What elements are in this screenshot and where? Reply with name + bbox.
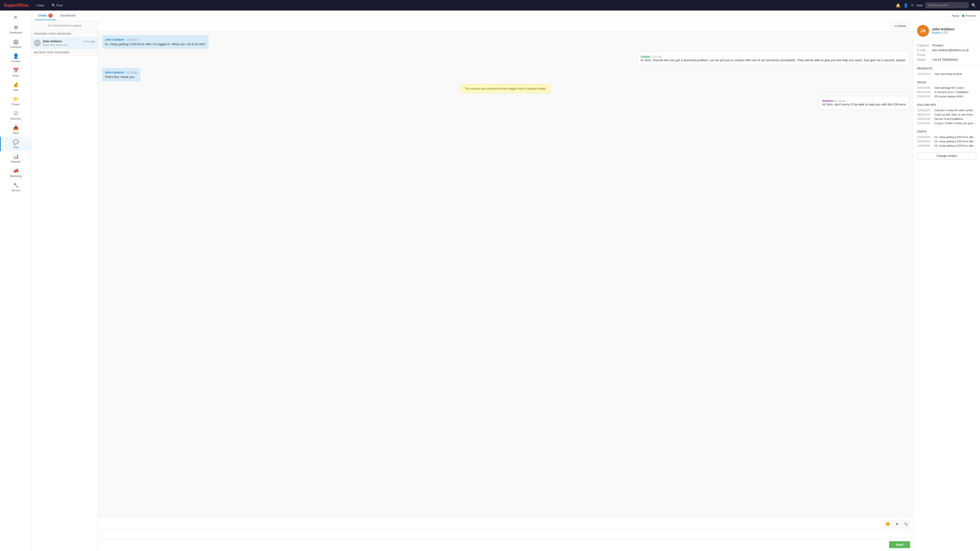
chat-history-row-2[interactable]: 22/06/2020 Hi, I keep getting a 534 Erro… [917,139,976,143]
sidebar-label-inbox: Inbox [13,132,19,134]
contact-company[interactable]: Buttons LTD [932,31,955,35]
followup-text-1: Call john to help him with a problem h..… [935,109,976,112]
sale-date-2: 06/07/2016 [917,91,932,94]
sale-text-3: 30 Lenovo laptops t440s [935,95,963,98]
attach-button[interactable]: 📎 [902,520,910,528]
sidebar-item-service[interactable]: 🔧 Service [0,180,31,194]
marketing-icon: 📣 [13,168,19,174]
panels: No chat sessions in queue ONGOING CHAT S… [31,21,980,551]
chat-input-area: 😊 ≡ 📎 Send [98,517,913,551]
topbar-right: 🔔 👤 ≡ Help 🔍 [896,2,976,8]
msg3-header: John Ashborn 11:12 am [105,71,138,74]
sidebar-item-project[interactable]: 📁 Project [0,94,31,108]
content-area: Chats 1 Dashboard Away Present No chat s… [31,11,980,551]
message-input[interactable] [101,529,910,539]
new-button[interactable]: + New [33,3,46,8]
chat-hist-text-3: Hi, I keep getting a 534 Error after I'm… [935,144,976,147]
tab-chats[interactable]: Chats 1 [35,11,56,20]
tab-bar-right: Away Present [952,14,976,17]
chat-list-panel: No chat sessions in queue ONGOING CHAT S… [31,21,98,551]
template-button[interactable]: ≡ [893,520,901,528]
msg2-name: Abigail [641,55,650,58]
transfer-notice: The session was transferred from Abigail… [461,84,550,93]
tab-dashboard[interactable]: Dashboard [57,12,79,20]
request-date-1: 23/06/2015 [917,73,932,75]
sidebar-label-service: Service [11,189,20,192]
sale-row-3[interactable]: 23/06/2016 30 Lenovo laptops t440s [917,94,976,98]
reports-icon: 📊 [13,154,19,159]
msg3-time: 11:12 am [127,71,138,74]
sidebar: ⊟ ⊞ Dashboard 🏢 Company 👤 Contact 📅 Diar… [0,11,31,551]
chat-history-row-1[interactable]: 22/06/2020 Hi, I keep getting a 534 Erro… [917,135,976,139]
category-row: Category: Prospect [917,44,976,47]
main-layout: ⊟ ⊞ Dashboard 🏢 Company 👤 Contact 📅 Diar… [0,11,980,551]
sidebar-label-marketing: Marketing [10,175,22,178]
followup-row-3[interactable]: 29/05/2020 Service of all installitions [917,117,976,121]
followup-row-4[interactable]: 21/02/2020 Hi guys, I'd like to invite y… [917,121,976,125]
chat-messages: John Ashborn 11:09 am Hi, I keep getting… [98,31,913,517]
followup-row-1[interactable]: 15/06/2020 Call john to help him with a … [917,108,976,113]
contact-name-area: John Ashborn Buttons LTD [932,27,955,35]
present-indicator[interactable]: Present [962,14,976,17]
sidebar-item-sale[interactable]: 💰 Sale [0,79,31,94]
user-icon[interactable]: 👤 [904,3,908,8]
change-contact-button[interactable]: Change contact [917,152,976,160]
chat-item-content-john: John Ashborn 0 min ago That's fine, than… [43,40,95,46]
present-label: Present [966,14,976,17]
sidebar-item-company[interactable]: 🏢 Company [0,37,31,51]
followup-date-4: 21/02/2020 [917,122,932,125]
category-label: Category: [917,44,930,47]
emoji-button[interactable]: 😊 [884,520,892,528]
dashboard-icon: ⊞ [14,24,18,30]
bell-icon[interactable]: 🔔 [896,3,900,8]
tab-chats-label: Chats [38,14,47,17]
actions-button[interactable]: ≡ Actions [891,23,909,29]
request-row-1[interactable]: 23/06/2015 Your upcoming seminar [917,72,976,76]
menu-icon[interactable]: ≡ [911,3,913,7]
emoji-icon: 😊 [886,522,890,526]
sale-row-1[interactable]: 29/05/2020 Start package for 5 users [917,86,976,90]
email-value[interactable]: john.ashborn@buttons.co.uk [932,49,969,52]
msg1-time: 11:09 am [127,38,138,41]
search-icon[interactable]: 🔍 [971,3,976,8]
company-icon: 🏢 [13,39,19,44]
msg1-header: John Ashborn 11:09 am [105,38,206,41]
chat-actions-bar: ≡ Actions [98,21,913,31]
attach-icon: 📎 [904,522,908,526]
chat-avatar-john: JA [34,40,41,46]
sidebar-label-selection: Selection [10,117,21,120]
sidebar-item-chat[interactable]: 💬 Chat [0,137,31,151]
search-input[interactable] [926,2,969,8]
sidebar-item-diary[interactable]: 📅 Diary [0,65,31,79]
followup-row-2[interactable]: 08/06/2020 Catch up with John, to see if… [917,113,976,117]
logo: SuperOffice. [4,3,29,8]
contact-avatar: JA [917,25,929,37]
help-link[interactable]: Help [916,3,923,7]
sidebar-item-selection[interactable]: ☑ Selection [0,108,31,122]
sidebar-item-reports[interactable]: 📊 Reports [0,151,31,165]
chat-item-john[interactable]: JA John Ashborn 0 min ago That's fine, t… [31,37,98,49]
chat-history-row-3[interactable]: 22/06/2020 Hi, I keep getting a 534 Erro… [917,143,976,148]
contact-details: Category: Prospect E-mail: john.ashborn@… [913,41,980,65]
msg2-time: 11:12 am [651,55,662,58]
chat-hist-date-2: 22/06/2020 [917,140,932,143]
chat-item-name-john: John Ashborn [43,40,62,43]
transfer-text: The session was transferred from Abigail… [465,87,546,91]
phone-row: Phone: [917,53,976,57]
sidebar-collapse-button[interactable]: ⊟ [13,14,18,20]
message-2: Abigail 11:12 am Hi John, Sounds like yo… [637,52,909,65]
sale-row-2[interactable]: 06/07/2016 8 new Anti virus + Installati… [917,90,976,94]
sale-icon: 💰 [13,82,19,87]
followup-text-4: Hi guys, I'd like to invite you guys for… [935,122,976,125]
sidebar-item-dashboard[interactable]: ⊞ Dashboard [0,22,31,37]
send-button[interactable]: Send [889,541,910,548]
selection-icon: ☑ [14,111,18,116]
chats-history-section: CHATS 22/06/2020 Hi, I keep getting a 53… [913,128,980,150]
sidebar-item-inbox[interactable]: 📥 Inbox [0,122,31,137]
followup-date-3: 29/05/2020 [917,118,932,120]
sidebar-item-marketing[interactable]: 📣 Marketing [0,165,31,180]
sidebar-item-contact[interactable]: 👤 Contact [0,51,31,65]
sidebar-label-project: Project [12,103,20,106]
sale-date-3: 23/06/2016 [917,95,932,98]
find-button[interactable]: 🔍 Find [50,3,64,8]
